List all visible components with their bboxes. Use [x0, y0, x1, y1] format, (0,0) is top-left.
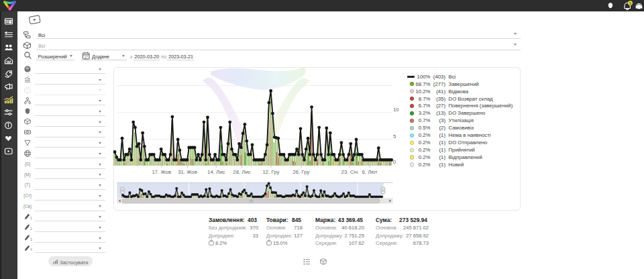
- svg-text:6. Лют: 6. Лют: [362, 169, 377, 175]
- svg-text:23. Січ: 23. Січ: [341, 169, 358, 175]
- svg-text:17. Жов: 17. Жов: [152, 169, 171, 175]
- svg-text:5: 5: [393, 133, 396, 140]
- svg-text:12. Гру: 12. Гру: [263, 169, 280, 175]
- svg-text:10: 10: [393, 107, 399, 113]
- svg-text:31. Жов: 31. Жов: [178, 169, 197, 175]
- svg-text:14. Лис: 14. Лис: [207, 169, 225, 175]
- svg-text:0: 0: [393, 159, 396, 165]
- svg-text:26. Гру: 26. Гру: [293, 169, 310, 175]
- svg-text:28. Лис: 28. Лис: [233, 169, 250, 175]
